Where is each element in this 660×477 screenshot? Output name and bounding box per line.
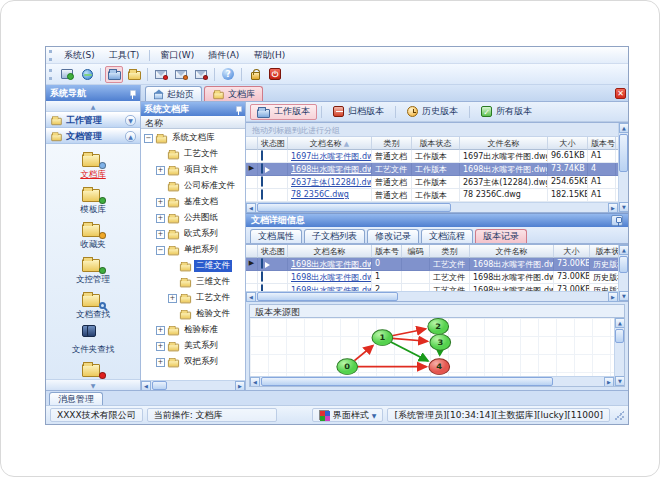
tree-hscrollbar[interactable]: ◀▶ <box>141 380 245 390</box>
scroll-up-arrow[interactable]: ▲ <box>615 318 625 328</box>
scroll-left-arrow[interactable]: ◀ <box>246 203 256 213</box>
pin-icon[interactable] <box>127 89 136 98</box>
scroll-thumb[interactable] <box>261 377 553 386</box>
tree-item-12[interactable]: 检验文件 <box>141 306 245 322</box>
folder-view-button[interactable] <box>125 66 143 83</box>
tree-item-1[interactable]: −系统文档库 <box>141 130 245 146</box>
tree-item-3[interactable]: +项目文件 <box>141 162 245 178</box>
column-header-1[interactable]: 状态图 <box>258 137 288 150</box>
expand-icon[interactable]: + <box>156 166 165 175</box>
column-header-2[interactable]: 文档名称▲ <box>288 137 372 150</box>
scroll-left-arrow[interactable]: ◀ <box>246 292 256 302</box>
detail-tab-1[interactable]: 文档属性 <box>250 229 302 243</box>
tree-column-header[interactable]: 名称 <box>141 116 245 129</box>
scroll-up-arrow[interactable]: ▲ <box>619 123 628 133</box>
sidebar-item-7[interactable]: 签出的文档 <box>49 359 137 379</box>
sidebar-item-4[interactable]: 文控管理 <box>49 254 137 287</box>
scroll-up-arrow[interactable]: ▲ <box>619 245 628 255</box>
menu-item-2[interactable]: 工具(T) <box>102 47 147 64</box>
tree-item-11[interactable]: +工艺文件 <box>141 290 245 306</box>
sidebar-group-2[interactable]: 文档管理▲ <box>46 128 140 144</box>
chevron-up-icon[interactable]: ▲ <box>125 131 136 142</box>
menu-item-1[interactable]: 系统(S) <box>57 47 102 64</box>
column-header-7[interactable]: 大小 <box>554 245 590 258</box>
mail-alert-button[interactable] <box>192 66 210 83</box>
tab-文档库[interactable]: 文档库 <box>204 86 263 101</box>
graph-hscrollbar[interactable]: ◀▶ <box>250 376 614 386</box>
mail-button[interactable] <box>152 66 170 83</box>
close-tab-button[interactable]: ✕ <box>615 88 626 99</box>
column-header-1[interactable]: 状态图 <box>258 245 288 258</box>
scroll-down-arrow[interactable]: ▼ <box>615 376 625 386</box>
scroll-thumb[interactable] <box>152 381 167 390</box>
column-header-5[interactable]: 文件名称 <box>460 137 548 150</box>
table-row[interactable]: 1698出水嘴零件图.dwg2工艺文件1698出水嘴零件图.dwg73.00KB… <box>246 284 618 291</box>
scroll-track[interactable] <box>151 381 235 390</box>
column-header-3[interactable]: 类别 <box>372 137 412 150</box>
column-header-4[interactable]: 编码 <box>402 245 430 258</box>
scroll-thumb[interactable] <box>619 256 628 273</box>
sidebar-item-1[interactable]: 文档库 <box>49 149 137 182</box>
documents-table-vscrollbar[interactable]: ▲▼ <box>618 123 628 212</box>
message-manager-tab[interactable]: 消息管理 <box>49 392 103 405</box>
scroll-track[interactable] <box>615 328 624 376</box>
table-row[interactable]: 78 2356C.dwg普通文档工作版本78 2356C.dwg182.15KB… <box>246 189 618 202</box>
detail-tab-5[interactable]: 版本记录 <box>475 229 527 243</box>
sidebar-group-1[interactable]: 工作管理▼ <box>46 112 140 128</box>
scroll-thumb[interactable] <box>257 292 398 301</box>
tree-item-10[interactable]: 三维文件 <box>141 274 245 290</box>
scroll-left-arrow[interactable]: ◀ <box>141 381 151 390</box>
lock-button[interactable] <box>246 66 264 83</box>
tree-item-5[interactable]: +基准文档 <box>141 194 245 210</box>
version-button-3[interactable]: 历史版本 <box>400 104 465 120</box>
version-button-1[interactable]: 工作版本 <box>250 104 317 120</box>
sidebar-scroll-down[interactable]: ▼ <box>46 379 140 390</box>
menu-item-3[interactable]: 窗口(W) <box>153 47 201 64</box>
version-button-4[interactable]: ✓所有版本 <box>474 104 539 120</box>
interface-style-dropdown[interactable]: 界面样式 ▼ <box>312 408 384 422</box>
sidebar-item-5[interactable]: 文档查找 <box>49 289 137 322</box>
graph-vscrollbar[interactable]: ▲▼ <box>614 318 624 386</box>
tree-item-14[interactable]: +美式系列 <box>141 338 245 354</box>
column-header-3[interactable]: 版本号 <box>372 245 402 258</box>
expand-icon[interactable]: + <box>156 198 165 207</box>
column-header-6[interactable]: 大小 <box>548 137 588 150</box>
table-row[interactable]: 1697出水嘴零件图.dwg普通文档工作版本1697出水嘴零件图.dwg96.6… <box>246 150 618 163</box>
documents-table-hscrollbar[interactable]: ◀▶ <box>246 202 618 212</box>
scroll-right-arrow[interactable]: ▶ <box>604 377 614 387</box>
pin-icon[interactable] <box>233 105 242 114</box>
scroll-track[interactable] <box>619 133 628 202</box>
expand-icon[interactable]: + <box>156 358 165 367</box>
menu-item-4[interactable]: 插件(A) <box>201 47 246 64</box>
scroll-down-arrow[interactable]: ▼ <box>619 291 628 301</box>
versions-table-vscrollbar[interactable]: ▲▼ <box>618 245 628 301</box>
sidebar-item-2[interactable]: 模板库 <box>49 184 137 217</box>
column-header-2[interactable]: 文档名称 <box>288 245 372 258</box>
detail-pin-button[interactable] <box>611 215 623 226</box>
scroll-right-arrow[interactable]: ▶ <box>235 381 245 390</box>
power-button[interactable]: ⏻ <box>266 66 284 83</box>
tree-item-8[interactable]: −单把系列 <box>141 242 245 258</box>
sidebar-scroll-up[interactable]: ▲ <box>46 101 140 112</box>
table-row[interactable]: ▶1698出水嘴零件图.dwg0工艺文件1698出水嘴零件图.dwg73.00K… <box>246 258 618 271</box>
expand-icon[interactable]: + <box>156 230 165 239</box>
mail-send-button[interactable] <box>172 66 190 83</box>
column-header-5[interactable]: 类别 <box>430 245 470 258</box>
table-row[interactable]: 2637主体(12284).dwg普通文档工作版本2637主体(12284).d… <box>246 176 618 189</box>
scroll-thumb[interactable] <box>619 134 628 172</box>
scroll-track[interactable] <box>256 203 608 212</box>
version-button-2[interactable]: 归档版本 <box>326 104 391 120</box>
scroll-thumb[interactable] <box>615 329 624 343</box>
column-header-6[interactable]: 文件名称 <box>470 245 554 258</box>
expand-icon[interactable]: + <box>168 294 177 303</box>
menu-item-5[interactable]: 帮助(H) <box>246 47 292 64</box>
help-button[interactable]: ? <box>219 66 237 83</box>
tree-item-2[interactable]: 工艺文件 <box>141 146 245 162</box>
tree-item-4[interactable]: 公司标准文件 <box>141 178 245 194</box>
detail-tab-3[interactable]: 修改记录 <box>367 229 419 243</box>
detail-tab-4[interactable]: 文档流程 <box>421 229 473 243</box>
tab-起始页[interactable]: 起始页 <box>145 86 202 101</box>
document-library-button[interactable] <box>105 66 123 83</box>
tree-item-15[interactable]: +双把系列 <box>141 354 245 370</box>
scroll-down-arrow[interactable]: ▼ <box>619 202 628 212</box>
